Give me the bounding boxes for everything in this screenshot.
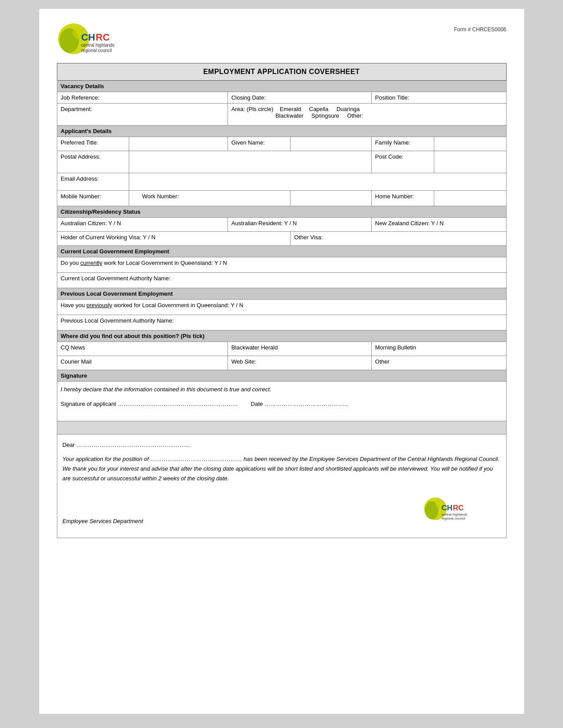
- letter-dear: Dear ……………………………………………………: [63, 442, 501, 448]
- footer-logo: CH RC central highlands regional council: [421, 497, 501, 524]
- family-name-value: [434, 137, 506, 151]
- area-springsure: Springsure: [311, 112, 339, 119]
- department-label: Department:: [57, 104, 227, 126]
- post-code-label: Post Code:: [371, 151, 434, 173]
- mobile-value: Work Number:: [129, 191, 291, 206]
- position-title-label: Position Title:: [371, 92, 506, 104]
- previously-work-text: Have you: [61, 302, 87, 308]
- signature-of-applicant-label: Signature of applicant ………………………………………………: [61, 401, 238, 407]
- svg-text:central highlands: central highlands: [441, 513, 467, 516]
- signature-cell: I hereby declare that the information co…: [57, 382, 506, 421]
- aus-resident-label: Australian Resident: Y / N: [227, 218, 371, 232]
- area-other: Other:: [347, 112, 363, 119]
- find-out-row2: Courier Mail Web Site: Other: [57, 356, 506, 370]
- previously-work-rest: worked for Local Government in Queenslan…: [112, 302, 243, 308]
- nz-citizen-label: New Zealand Citizen: Y / N: [371, 218, 506, 232]
- find-out-row1: CQ News Blackwater Herald Morning Bullet…: [57, 342, 506, 356]
- job-reference-label: Job Reference:: [57, 92, 227, 104]
- aus-citizen-label: Australian Citizen: Y / N: [57, 218, 227, 232]
- phone-row: Mobile Number: Work Number: Home Number:: [57, 191, 506, 206]
- job-reference-row: Job Reference: Closing Date: Position Ti…: [57, 92, 506, 104]
- area-label: Area: (Pls circle): [231, 106, 273, 112]
- mobile-label: Mobile Number:: [57, 191, 129, 206]
- other-visa-label: Other Visa:: [291, 232, 506, 246]
- currently-work-row: Do you currently work for Local Governme…: [57, 257, 506, 273]
- form-title-row: EMPLOYMENT APPLICATION COVERSHEET: [57, 63, 506, 81]
- sig-line-area: Signature of applicant ………………………………………………: [61, 401, 503, 407]
- footer-logo-svg: CH RC central highlands regional council: [421, 497, 501, 523]
- declaration-text: I hereby declare that the information co…: [61, 386, 503, 393]
- find-blackwater-herald: Blackwater Herald: [227, 342, 371, 356]
- currently-work-cell: Do you currently work for Local Governme…: [57, 257, 506, 273]
- email-row: Email Address:: [57, 173, 506, 191]
- home-number-label: Home Number:: [371, 191, 434, 206]
- header: CH RC central highlands regional council…: [57, 22, 507, 55]
- svg-text:CH: CH: [81, 32, 95, 43]
- letter-footer: Employee Services Department CH RC centr…: [63, 497, 501, 524]
- svg-text:RC: RC: [96, 32, 110, 43]
- prev-emp-header-row: Previous Local Government Employment: [57, 288, 506, 300]
- department-row: Department: Area: (Pls circle) Emerald C…: [57, 104, 506, 126]
- home-value: [434, 191, 506, 206]
- visa-row: Holder of Current Working Visa: Y / N Ot…: [57, 232, 506, 246]
- post-code-value: [434, 151, 506, 173]
- citizenship-header-row: Citizenship/Residency Status: [57, 206, 506, 218]
- find-other: Other: [371, 356, 506, 370]
- currently-work-text: Do you: [61, 260, 81, 266]
- svg-text:regional council: regional council: [441, 517, 465, 521]
- letter-body: Your application for the position of …………: [63, 454, 501, 483]
- find-morning-bulletin: Morning Bulletin: [371, 342, 506, 356]
- area-duaringa: Duaringa: [336, 106, 360, 112]
- signature-section-title: Signature: [57, 370, 506, 382]
- signature-header-row: Signature: [57, 370, 506, 382]
- form-number: Form # CHRCES0006: [454, 22, 507, 33]
- employee-services: Employee Services Department: [63, 518, 143, 524]
- main-form-table: EMPLOYMENT APPLICATION COVERSHEET Vacanc…: [57, 63, 507, 538]
- form-title: EMPLOYMENT APPLICATION COVERSHEET: [57, 63, 506, 81]
- vacancy-section-title: Vacancy Details: [57, 81, 506, 92]
- prev-emp-section-title: Previous Local Government Employment: [57, 288, 506, 300]
- find-courier-mail: Courier Mail: [57, 356, 227, 370]
- citizenship-section-title: Citizenship/Residency Status: [57, 206, 506, 218]
- date-label: Date ……………………………………..: [251, 401, 348, 407]
- email-label: Email Address:: [57, 173, 129, 191]
- svg-text:CH: CH: [441, 503, 452, 512]
- applicant-header-row: Applicant's Details: [57, 126, 506, 137]
- previously-underline: previously: [86, 302, 112, 308]
- find-out-section-title: Where did you find out about this positi…: [57, 331, 506, 342]
- area-capella: Capella: [309, 106, 328, 112]
- empty-grey-cell: [57, 421, 506, 435]
- vacancy-header-row: Vacancy Details: [57, 81, 506, 92]
- area-emerald: Emerald: [280, 106, 301, 112]
- given-name-label: Given Name:: [227, 137, 291, 151]
- citizen-row: Australian Citizen: Y / N Australian Res…: [57, 218, 506, 232]
- letter-cell: Dear …………………………………………………… Your applicati…: [57, 435, 506, 538]
- previously-work-row: Have you previously worked for Local Gov…: [57, 300, 506, 315]
- work-value: [291, 191, 371, 206]
- given-name-value: [291, 137, 371, 151]
- current-authority-row: Current Local Government Authority Name:: [57, 273, 506, 288]
- page: CH RC central highlands regional council…: [39, 9, 524, 714]
- current-emp-header-row: Current Local Government Employment: [57, 246, 506, 257]
- find-out-header-row: Where did you find out about this positi…: [57, 331, 506, 342]
- currently-underline: currently: [80, 260, 102, 266]
- previously-work-cell: Have you previously worked for Local Gov…: [57, 300, 506, 315]
- letter-row: Dear …………………………………………………… Your applicati…: [57, 435, 506, 538]
- closing-date-label: Closing Date:: [227, 92, 371, 104]
- logo-area: CH RC central highlands regional council: [57, 22, 145, 55]
- find-cq-news: CQ News: [57, 342, 227, 356]
- current-emp-section-title: Current Local Government Employment: [57, 246, 506, 257]
- signature-content-row: I hereby declare that the information co…: [57, 382, 506, 421]
- preferred-title-value: [129, 137, 227, 151]
- postal-row: Postal Address: Post Code:: [57, 151, 506, 173]
- email-value: [129, 173, 506, 191]
- empty-grey-row: [57, 421, 506, 435]
- area-blackwater: Blackwater: [231, 112, 304, 119]
- chrc-logo: CH RC central highlands regional council: [57, 22, 145, 55]
- postal-address-value: [129, 151, 371, 173]
- area-cell: Area: (Pls circle) Emerald Capella Duari…: [227, 104, 506, 126]
- applicant-section-title: Applicant's Details: [57, 126, 506, 137]
- prev-authority-row: Previous Local Government Authority Name…: [57, 315, 506, 331]
- name-row: Preferred Title: Given Name: Family Name…: [57, 137, 506, 151]
- find-web-site: Web Site:: [227, 356, 371, 370]
